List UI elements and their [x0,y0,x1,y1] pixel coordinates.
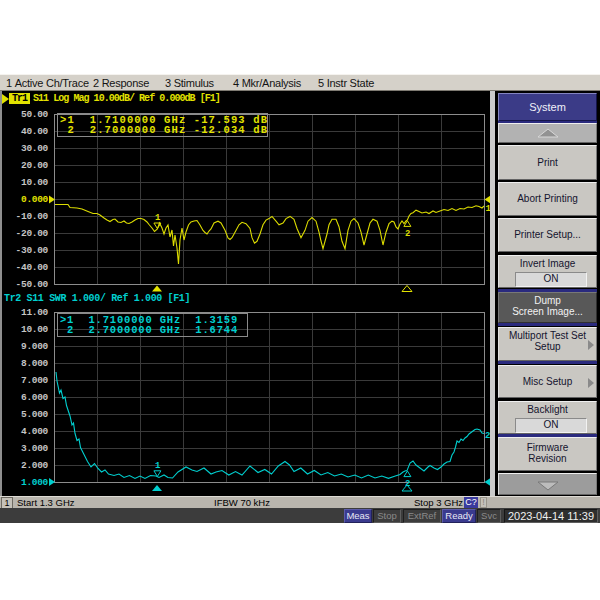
svg-text:2: 2 [405,479,410,489]
svg-text:1: 1 [155,213,161,223]
svg-text:2: 2 [405,229,410,239]
svg-text:1: 1 [155,461,161,471]
